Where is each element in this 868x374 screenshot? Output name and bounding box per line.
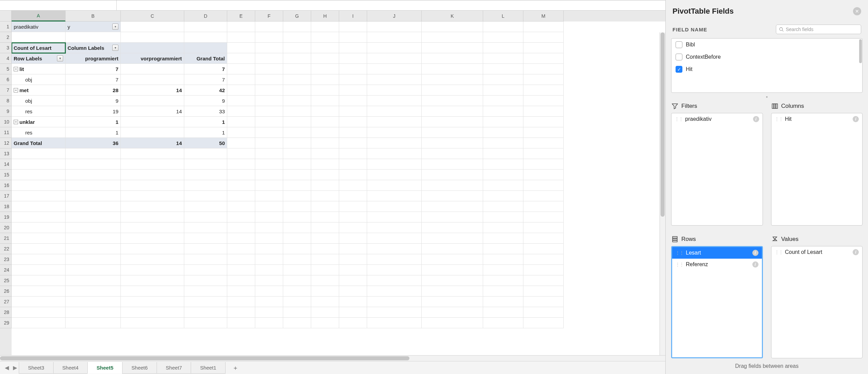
cell-I15[interactable] [339, 170, 367, 180]
cell-K18[interactable] [422, 201, 483, 212]
cell-A7[interactable]: −met [12, 85, 66, 96]
cell-M25[interactable] [523, 275, 564, 286]
cell-A22[interactable] [12, 244, 66, 254]
cell-L12[interactable] [483, 138, 523, 148]
cell-J21[interactable] [367, 233, 422, 244]
cell-H21[interactable] [311, 233, 339, 244]
cell-K16[interactable] [422, 180, 483, 191]
cell-M23[interactable] [523, 254, 564, 265]
cell-J24[interactable] [367, 265, 422, 275]
sheet-tab-sheet7[interactable]: Sheet7 [157, 362, 191, 374]
cell-F27[interactable] [255, 297, 283, 307]
cell-B16[interactable] [66, 180, 121, 191]
cell-H4[interactable] [311, 53, 339, 64]
column-header-B[interactable]: B [66, 11, 121, 21]
cell-C11[interactable] [121, 127, 184, 138]
cell-J17[interactable] [367, 191, 422, 201]
cell-L20[interactable] [483, 222, 523, 233]
checkbox-icon[interactable] [676, 41, 682, 48]
cell-A13[interactable] [12, 148, 66, 159]
cell-F23[interactable] [255, 254, 283, 265]
cell-G28[interactable] [283, 307, 311, 318]
row-header-26[interactable]: 26 [0, 286, 12, 297]
cell-I1[interactable] [339, 21, 367, 32]
cell-D23[interactable] [184, 254, 227, 265]
cell-H25[interactable] [311, 275, 339, 286]
cell-M9[interactable] [523, 106, 564, 117]
cell-M26[interactable] [523, 286, 564, 297]
cell-B25[interactable] [66, 275, 121, 286]
cell-F14[interactable] [255, 159, 283, 170]
cell-L23[interactable] [483, 254, 523, 265]
cell-G13[interactable] [283, 148, 311, 159]
cell-J6[interactable] [367, 74, 422, 85]
cell-B13[interactable] [66, 148, 121, 159]
cell-D11[interactable]: 1 [184, 127, 227, 138]
cell-A1[interactable]: praedikativ [12, 21, 66, 32]
cell-D29[interactable] [184, 318, 227, 328]
cell-G24[interactable] [283, 265, 311, 275]
cell-A26[interactable] [12, 286, 66, 297]
cell-D2[interactable] [184, 32, 227, 43]
row-header-1[interactable]: 1 [0, 21, 12, 32]
sheet-tab-sheet3[interactable]: Sheet3 [19, 362, 54, 374]
cell-C29[interactable] [121, 318, 184, 328]
cell-M18[interactable] [523, 201, 564, 212]
cell-H7[interactable] [311, 85, 339, 96]
cell-A23[interactable] [12, 254, 66, 265]
cell-F3[interactable] [255, 43, 283, 53]
next-sheet-button[interactable]: ▶ [11, 364, 19, 371]
cell-I21[interactable] [339, 233, 367, 244]
column-header-D[interactable]: D [184, 11, 227, 21]
cell-C17[interactable] [121, 191, 184, 201]
cell-J26[interactable] [367, 286, 422, 297]
cell-K8[interactable] [422, 96, 483, 106]
cell-A25[interactable] [12, 275, 66, 286]
cell-F28[interactable] [255, 307, 283, 318]
cell-I26[interactable] [339, 286, 367, 297]
cell-L14[interactable] [483, 159, 523, 170]
column-header-A[interactable]: A [12, 11, 66, 21]
cell-H3[interactable] [311, 43, 339, 53]
cell-A16[interactable] [12, 180, 66, 191]
row-labels-dropdown-icon[interactable]: ▾ [57, 55, 63, 61]
cell-L19[interactable] [483, 212, 523, 222]
cell-G2[interactable] [283, 32, 311, 43]
cell-F25[interactable] [255, 275, 283, 286]
cell-A19[interactable] [12, 212, 66, 222]
cell-C10[interactable] [121, 117, 184, 127]
cell-F1[interactable] [255, 21, 283, 32]
cell-I16[interactable] [339, 180, 367, 191]
cell-L15[interactable] [483, 170, 523, 180]
cell-G14[interactable] [283, 159, 311, 170]
cell-M6[interactable] [523, 74, 564, 85]
cell-C19[interactable] [121, 212, 184, 222]
cell-D5[interactable]: 7 [184, 64, 227, 74]
cell-H27[interactable] [311, 297, 339, 307]
cell-C13[interactable] [121, 148, 184, 159]
cell-H20[interactable] [311, 222, 339, 233]
cell-L10[interactable] [483, 117, 523, 127]
cell-K12[interactable] [422, 138, 483, 148]
area-item-hit[interactable]: ⋮⋮Hiti [771, 113, 863, 125]
cell-E28[interactable] [227, 307, 255, 318]
collapse-icon[interactable]: − [14, 88, 18, 92]
cell-J10[interactable] [367, 117, 422, 127]
row-header-15[interactable]: 15 [0, 170, 12, 180]
cell-L5[interactable] [483, 64, 523, 74]
row-header-17[interactable]: 17 [0, 191, 12, 201]
cell-L8[interactable] [483, 96, 523, 106]
cell-A11[interactable]: res [12, 127, 66, 138]
horizontal-scrollbar-thumb[interactable] [0, 356, 409, 360]
cell-H12[interactable] [311, 138, 339, 148]
info-icon[interactable]: i [752, 250, 758, 256]
cell-M20[interactable] [523, 222, 564, 233]
cell-F15[interactable] [255, 170, 283, 180]
cell-B6[interactable]: 7 [66, 74, 121, 85]
cell-G5[interactable] [283, 64, 311, 74]
cell-K24[interactable] [422, 265, 483, 275]
cell-J13[interactable] [367, 148, 422, 159]
area-item-praedikativ[interactable]: ⋮⋮praedikativi [671, 113, 763, 125]
cell-I12[interactable] [339, 138, 367, 148]
cell-F7[interactable] [255, 85, 283, 96]
